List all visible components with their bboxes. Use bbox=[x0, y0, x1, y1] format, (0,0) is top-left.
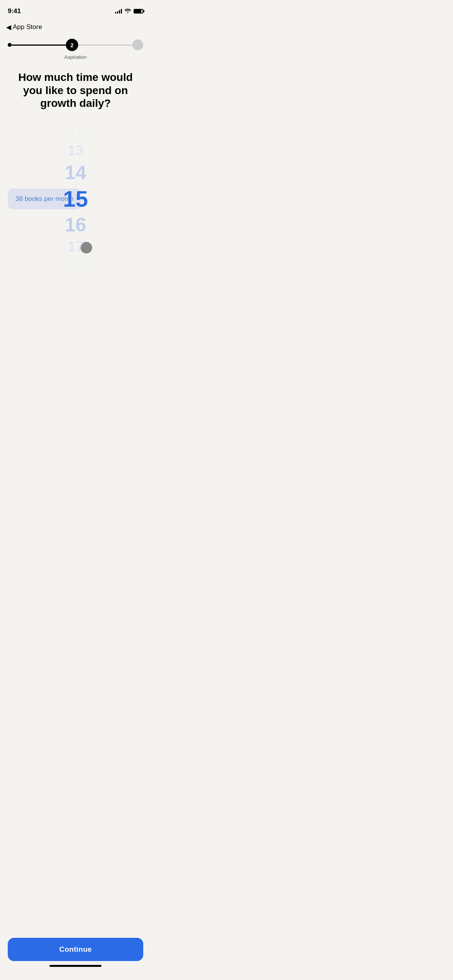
status-time: 9:41 bbox=[8, 7, 21, 15]
status-icons bbox=[115, 8, 143, 14]
picker-value-16[interactable]: 16 bbox=[65, 213, 86, 237]
picker-area[interactable]: 38 books per month 12 13 14 15 16 17 18 … bbox=[0, 133, 151, 265]
picker-value-18[interactable]: 18 bbox=[69, 256, 82, 273]
back-arrow-icon: ◀ bbox=[6, 23, 11, 31]
picker-value-13[interactable]: 13 bbox=[67, 141, 84, 161]
battery-icon bbox=[134, 9, 143, 14]
time-picker[interactable]: 12 13 14 15 16 17 18 bbox=[63, 125, 88, 273]
step-label: Aspiration bbox=[0, 54, 151, 60]
nav-bar: ◀ App Store bbox=[0, 19, 151, 36]
picker-value-12[interactable]: 12 bbox=[69, 125, 82, 141]
step-2-dot: 2 bbox=[66, 39, 78, 51]
progress-fill-left bbox=[12, 45, 66, 46]
progress-bar: 2 bbox=[0, 39, 151, 51]
step-1-dot bbox=[8, 43, 12, 47]
wifi-icon bbox=[124, 8, 131, 14]
status-bar: 9:41 bbox=[0, 0, 151, 19]
picker-value-17[interactable]: 17 bbox=[67, 237, 84, 257]
picker-value-15-selected[interactable]: 15 bbox=[63, 185, 88, 213]
step-3-dot bbox=[132, 39, 143, 50]
back-label: App Store bbox=[13, 23, 42, 31]
back-button[interactable]: ◀ App Store bbox=[6, 23, 42, 31]
signal-icon bbox=[115, 9, 122, 14]
question-title: How much time would you like to spend on… bbox=[9, 71, 142, 110]
question-section: How much time would you like to spend on… bbox=[0, 60, 151, 118]
progress-fill-right bbox=[78, 45, 132, 46]
picker-value-14[interactable]: 14 bbox=[65, 161, 86, 185]
